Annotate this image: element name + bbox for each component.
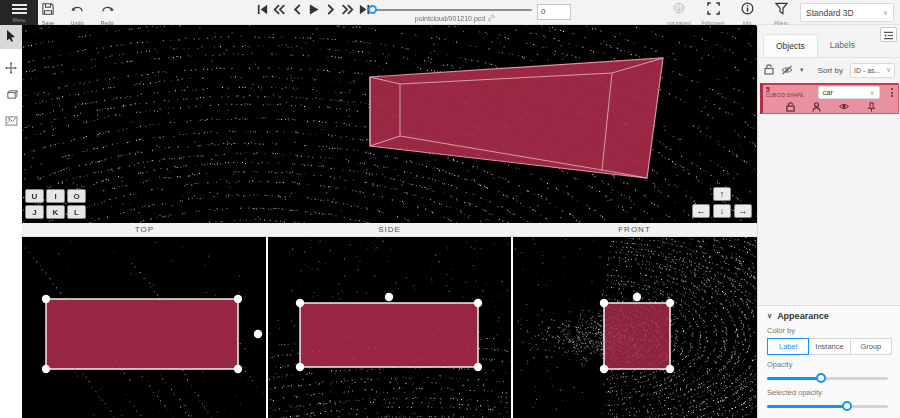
sort-order-value: ID - as...	[854, 67, 880, 74]
undo-button[interactable]: Undo	[62, 1, 92, 24]
undo-icon	[71, 1, 84, 19]
backward-frame-button[interactable]	[273, 3, 286, 16]
draw-cuboid-button[interactable]	[0, 83, 22, 107]
fullscreen-label: Fullscreen	[701, 20, 724, 26]
opacity-slider-fill	[767, 377, 821, 380]
redo-icon	[101, 1, 114, 19]
frame-slider[interactable]	[370, 6, 532, 14]
camera-keypad-hints: U I O J K L	[25, 189, 86, 219]
play-button[interactable]	[307, 3, 320, 16]
menu-fold-icon	[883, 26, 894, 44]
tab-objects[interactable]: Objects	[763, 34, 818, 57]
cursor-tool-button[interactable]	[0, 25, 22, 49]
playback-controls	[256, 3, 371, 16]
first-frame-button[interactable]	[256, 3, 269, 16]
save-label: Save	[42, 20, 55, 26]
top-toolbar: Menu Save Undo Redo	[0, 0, 900, 25]
frame-slider-handle[interactable]	[368, 5, 377, 14]
next-frame-button[interactable]	[324, 3, 337, 16]
sort-order-select[interactable]: ID - as... ∨	[850, 63, 895, 78]
cursor-icon	[5, 28, 17, 46]
collapse-appearance-icon: ∨	[767, 312, 772, 320]
color-by-option-instance[interactable]: Instance	[809, 338, 850, 355]
object-item-header: 5 CUBOID SHAPE car ∨	[763, 85, 898, 100]
tab-labels[interactable]: Labels	[818, 34, 867, 57]
key-j[interactable]: J	[25, 205, 44, 219]
object-identity: 5 CUBOID SHAPE	[766, 87, 804, 98]
perspective-view-canvas[interactable]: U I O J K L ↑ ← ↓ →	[22, 25, 757, 223]
merge-icon	[5, 112, 18, 130]
workspace-selector[interactable]: Standard 3D ∨	[800, 3, 894, 22]
frame-slider-rail	[370, 9, 532, 11]
key-i[interactable]: I	[46, 189, 65, 203]
ortho-views-row	[22, 237, 757, 418]
cuboid-annotation-front[interactable]	[513, 237, 756, 418]
rotation-handle[interactable]	[254, 330, 262, 338]
rotation-handle[interactable]	[633, 293, 641, 301]
fullscreen-button[interactable]: Fullscreen	[700, 1, 726, 26]
front-view-canvas[interactable]	[513, 237, 757, 418]
cuboid-icon	[5, 86, 18, 104]
selected-opacity-slider[interactable]	[767, 401, 892, 411]
cuboid-annotation-side[interactable]	[268, 237, 512, 418]
previous-frame-button[interactable]	[290, 3, 303, 16]
hide-object-button[interactable]	[838, 102, 850, 111]
arrow-up-button[interactable]: ↑	[713, 187, 731, 201]
chevron-down-icon: ∨	[869, 89, 874, 97]
object-label-select[interactable]: car ∨	[818, 86, 880, 99]
save-icon	[42, 1, 54, 19]
frame-number-input[interactable]: 0	[537, 4, 571, 20]
ai-predictor-button[interactable]: not trained	[666, 1, 692, 26]
header-right-icons: not trained Fullscreen Info Filters	[666, 1, 794, 26]
appearance-header[interactable]: ∨ Appearance	[767, 311, 892, 321]
key-l[interactable]: L	[67, 205, 86, 219]
info-button[interactable]: Info	[734, 1, 760, 26]
key-u[interactable]: U	[25, 189, 44, 203]
object-item-card[interactable]: 5 CUBOID SHAPE car ∨	[760, 83, 899, 114]
opacity-slider[interactable]	[767, 373, 892, 383]
front-view-label: FRONT	[512, 223, 757, 236]
chevron-down-icon: ∨	[883, 9, 888, 17]
merge-tool-button[interactable]	[0, 109, 22, 133]
lock-object-button[interactable]	[786, 102, 795, 112]
selected-opacity-slider-handle[interactable]	[842, 401, 852, 411]
filter-icon	[775, 1, 788, 19]
cuboid-annotation-top[interactable]	[22, 237, 266, 418]
filters-button[interactable]: Filters	[768, 1, 794, 26]
appearance-panel: ∨ Appearance Color by Label Instance Gro…	[758, 305, 900, 418]
occluded-toggle-button[interactable]	[812, 102, 821, 112]
save-button[interactable]: Save	[33, 1, 63, 24]
menu-button-label: Menu	[13, 17, 26, 23]
rotation-handle[interactable]	[384, 293, 392, 301]
lock-all-icon[interactable]	[764, 61, 774, 79]
top-view-canvas[interactable]	[22, 237, 266, 418]
hide-all-icon[interactable]	[781, 61, 793, 79]
object-label-value: car	[823, 88, 833, 97]
selected-opacity-slider-fill	[767, 405, 847, 408]
expand-states-icon[interactable]: ▾	[800, 66, 804, 74]
forward-frame-button[interactable]	[341, 3, 354, 16]
move-tool-button[interactable]	[0, 57, 22, 81]
key-o[interactable]: O	[67, 189, 86, 203]
ai-predictor-status: not trained	[667, 20, 691, 26]
hamburger-icon	[12, 2, 27, 16]
objects-filter-row: ▾ Sort by ID - as... ∨	[758, 58, 900, 82]
filters-label: Filters	[774, 20, 788, 26]
object-actions-menu[interactable]	[888, 86, 896, 99]
link-icon[interactable]	[487, 14, 495, 23]
arrow-down-button[interactable]: ↓	[713, 204, 731, 218]
key-k[interactable]: K	[46, 205, 65, 219]
collapse-sidebar-button[interactable]	[880, 27, 897, 42]
arrow-right-button[interactable]: →	[734, 204, 752, 218]
color-by-label: Color by	[767, 326, 892, 335]
cuboid-annotation-3d[interactable]	[22, 25, 757, 223]
opacity-slider-handle[interactable]	[816, 373, 826, 383]
redo-button[interactable]: Redo	[92, 1, 122, 24]
color-by-option-group[interactable]: Group	[851, 338, 892, 355]
pin-object-button[interactable]	[867, 102, 876, 112]
arrow-left-button[interactable]: ←	[692, 204, 710, 218]
workspace-selector-value: Standard 3D	[806, 8, 854, 18]
side-view-canvas[interactable]	[268, 237, 512, 418]
color-by-option-label[interactable]: Label	[767, 338, 809, 355]
undo-label: Undo	[70, 20, 83, 26]
